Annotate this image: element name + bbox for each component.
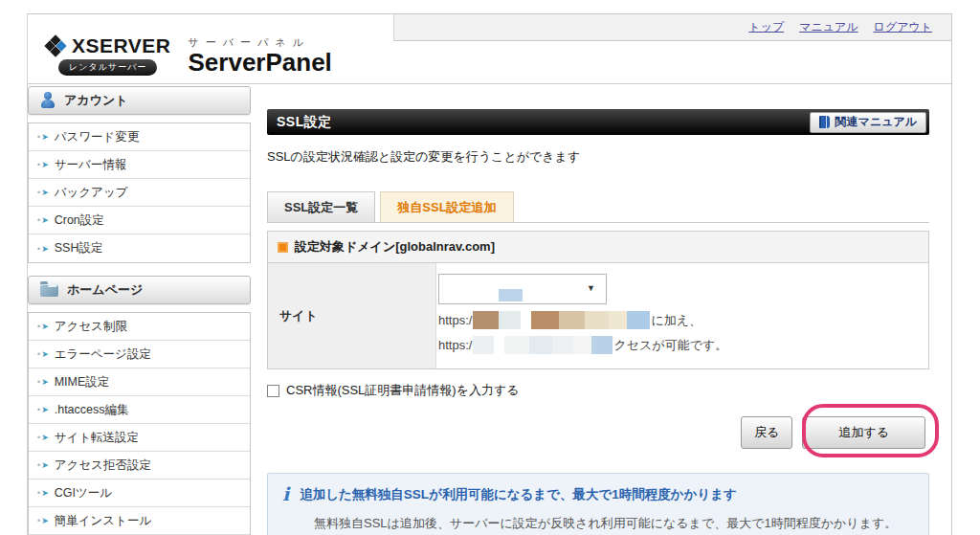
info-body: 無料独自SSLは追加後、サーバーに設定が反映され利用可能になるまで、最大で1時間… [314, 515, 913, 532]
sidebar-item-label: Cron設定 [55, 212, 104, 229]
sidebar-item-label: サイト転送設定 [55, 430, 139, 446]
sidebar-item-label: CGIツール [55, 485, 112, 502]
nav-logout-link[interactable]: ログアウト [874, 19, 932, 35]
arrow-icon [37, 405, 49, 414]
sidebar-section-title: アカウント [64, 92, 128, 109]
brand-badge: レンタルサーバー [58, 59, 157, 76]
url-line-2: https:/ クセスが可能です。 [438, 336, 919, 354]
book-icon [819, 116, 830, 128]
sidebar-item-ssh[interactable]: SSH設定 [29, 234, 250, 262]
sidebar-item-cron[interactable]: Cron設定 [29, 207, 250, 234]
redacted-mosaic [473, 311, 650, 329]
sidebar-item-label: MIME設定 [55, 374, 110, 390]
sidebar-item-label: バックアップ [55, 185, 128, 201]
arrow-icon [37, 188, 49, 197]
arrow-icon [37, 132, 49, 142]
sidebar-item-mime[interactable]: MIME設定 [29, 368, 250, 396]
related-manual-label: 関連マニュアル [835, 114, 917, 130]
sidebar-item-site-redirect[interactable]: サイト転送設定 [29, 424, 250, 452]
site-content: ▼ https:/ に加え、 https:/ [436, 263, 928, 368]
sidebar-item-label: サーバー情報 [55, 157, 127, 173]
brand-logo: XSERVER レンタルサーバー [45, 34, 171, 76]
domain-panel-title: 設定対象ドメイン[globalnrav.com] [295, 238, 495, 256]
sidebar-item-label: アクセス制限 [55, 319, 127, 335]
action-button-row: 戻る 追加する [267, 411, 929, 455]
info-title: 追加した無料独自SSLが利用可能になるまで、最大で1時間程度かかります [300, 486, 737, 503]
site-row: サイト ▼ https:/ に加え、 [268, 263, 928, 368]
arrow-icon [37, 244, 49, 254]
xserver-diamond-icon [45, 35, 66, 56]
sidebar-item-backup[interactable]: バックアップ [29, 179, 250, 207]
sidebar-item-label: .htaccess編集 [55, 402, 129, 418]
arrow-icon [37, 160, 49, 169]
related-manual-button[interactable]: 関連マニュアル [810, 112, 926, 133]
sidebar-item-access-deny[interactable]: アクセス拒否設定 [29, 452, 250, 479]
sidebar-item-error-page[interactable]: エラーページ設定 [29, 341, 250, 368]
arrow-icon [37, 215, 49, 225]
arrow-icon [37, 349, 49, 359]
url-prefix: https:/ [438, 313, 472, 327]
brand-name: XSERVER [72, 34, 171, 57]
csr-checkbox[interactable] [267, 385, 279, 397]
arrow-icon [37, 488, 49, 498]
page-title-bar: SSL設定 関連マニュアル [267, 109, 929, 135]
sidebar-item-label: パスワード変更 [55, 129, 140, 145]
site-label: サイト [268, 263, 436, 368]
domain-settings-panel: 設定対象ドメイン[globalnrav.com] サイト ▼ https:/ [267, 231, 929, 369]
page-description: SSLの設定状況確認と設定の変更を行うことができます [267, 148, 929, 166]
sidebar-homepage-list: アクセス制限 エラーページ設定 MIME設定 .htaccess編集 サイト転送… [28, 312, 251, 535]
sidebar-section-title: ホームページ [67, 281, 143, 299]
folder-icon [40, 284, 58, 297]
domain-panel-header: 設定対象ドメイン[globalnrav.com] [268, 232, 928, 263]
sidebar-item-server-info[interactable]: サーバー情報 [29, 151, 250, 179]
sidebar-item-password-change[interactable]: パスワード変更 [29, 123, 250, 151]
url-suffix: に加え、 [651, 312, 702, 329]
product-logo: サーバーパネル ServerPanel [189, 35, 332, 76]
page-title: SSL設定 [277, 114, 332, 131]
sidebar-item-cgi-tools[interactable]: CGIツール [29, 479, 250, 507]
csr-checkbox-label: CSR情報(SSL証明書申請情報)を入力する [286, 382, 520, 399]
nav-manual-link[interactable]: マニュアル [799, 19, 858, 35]
arrow-icon [37, 377, 49, 387]
sidebar-item-label: アクセス拒否設定 [55, 457, 151, 474]
redacted-select-value [499, 289, 523, 301]
sidebar-item-access-restriction[interactable]: アクセス制限 [29, 313, 250, 341]
page-container: トップ マニュアル ログアウト XSERVER レンタルサーバー サーバーパネル… [27, 13, 952, 535]
arrow-icon [37, 516, 49, 525]
add-button[interactable]: 追加する [802, 416, 925, 449]
orange-bullet-icon [278, 242, 288, 253]
site-select-dropdown[interactable]: ▼ [438, 274, 607, 304]
info-icon: i [282, 485, 289, 503]
arrow-icon [37, 322, 49, 331]
sidebar-section-homepage: ホームページ [28, 276, 251, 304]
csr-checkbox-row: CSR情報(SSL証明書申請情報)を入力する [267, 382, 929, 399]
nav-top-link[interactable]: トップ [748, 19, 784, 35]
url-suffix: クセスが可能です。 [613, 337, 727, 354]
main-content: SSL設定 関連マニュアル SSLの設定状況確認と設定の変更を行うことができます… [267, 84, 929, 535]
back-button[interactable]: 戻る [741, 416, 792, 449]
url-line-1: https:/ に加え、 [438, 311, 919, 329]
top-nav-bar: トップ マニュアル ログアウト [393, 14, 951, 41]
chevron-down-icon: ▼ [587, 283, 595, 293]
sidebar-item-label: エラーページ設定 [55, 346, 151, 363]
arrow-icon [37, 433, 49, 442]
url-prefix: https:/ [438, 338, 472, 352]
sidebar-section-account: アカウント [28, 86, 251, 115]
sidebar-item-easy-install[interactable]: 簡単インストール [29, 507, 250, 535]
sidebar-item-label: 簡単インストール [55, 513, 151, 529]
user-icon [40, 92, 56, 109]
product-name: ServerPanel [189, 50, 332, 76]
sidebar-item-label: SSH設定 [55, 240, 103, 256]
sidebar-account-list: パスワード変更 サーバー情報 バックアップ Cron設定 SSH設定 [28, 123, 251, 263]
info-box: i 追加した無料独自SSLが利用可能になるまで、最大で1時間程度かかります 無料… [267, 473, 929, 535]
sidebar: アカウント パスワード変更 サーバー情報 バックアップ Cron設定 [28, 84, 251, 535]
sidebar-item-htaccess[interactable]: .htaccess編集 [29, 396, 250, 424]
tab-ssl-list[interactable]: SSL設定一覧 [267, 191, 375, 222]
arrow-icon [37, 460, 49, 470]
tab-add-own-ssl[interactable]: 独自SSL設定追加 [380, 191, 513, 222]
tab-bar: SSL設定一覧 独自SSL設定追加 [267, 191, 929, 223]
redacted-mosaic [473, 336, 612, 354]
